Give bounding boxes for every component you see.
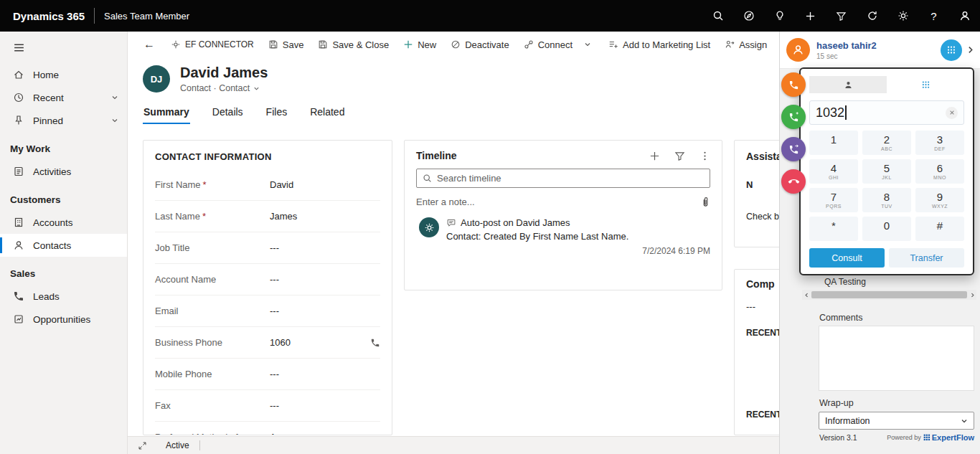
save-button[interactable]: Save: [261, 34, 311, 55]
sidebar-item-leads[interactable]: Leads: [0, 285, 127, 308]
phone-icon[interactable]: [370, 338, 380, 348]
new-button[interactable]: New: [396, 34, 443, 55]
hamburger-menu-icon[interactable]: [0, 32, 127, 63]
deactivate-button[interactable]: Deactivate: [443, 34, 516, 55]
sidebar-item-opportunities[interactable]: Opportunities: [0, 308, 127, 331]
sidebar-item-accounts[interactable]: Accounts: [0, 211, 127, 234]
save-and-close-button[interactable]: Save & Close: [311, 34, 396, 55]
dialpad-key-6[interactable]: 6MNO: [915, 159, 964, 184]
field-business-phone[interactable]: Business Phone 1060: [155, 327, 380, 359]
help-icon[interactable]: ?: [918, 0, 949, 32]
dialpad-number-input[interactable]: 1032: [809, 100, 964, 125]
field-value[interactable]: ---: [270, 369, 279, 379]
filter-icon[interactable]: [826, 0, 857, 32]
clear-input-icon[interactable]: [946, 107, 958, 119]
search-icon[interactable]: [702, 0, 733, 32]
paperclip-icon[interactable]: [701, 197, 710, 207]
dialpad-key-0[interactable]: 0: [862, 217, 911, 241]
dialpad-key-3[interactable]: 3DEF: [915, 131, 964, 155]
consult-button[interactable]: Consult: [809, 248, 885, 268]
timeline-note-input[interactable]: Enter a note...: [416, 197, 710, 207]
timeline-more-icon[interactable]: [699, 151, 710, 161]
field-first-name[interactable]: First Name* David: [155, 169, 380, 201]
dialpad-key-hash[interactable]: #: [915, 217, 964, 241]
field-value[interactable]: David: [270, 179, 293, 190]
dialpad-key-9[interactable]: 9WXYZ: [915, 188, 964, 212]
field-account-name[interactable]: Account Name ---: [155, 264, 380, 295]
tab-files[interactable]: Files: [265, 103, 288, 124]
field-mobile-phone[interactable]: Mobile Phone ---: [155, 359, 380, 390]
lightbulb-icon[interactable]: [764, 0, 795, 32]
tab-details[interactable]: Details: [212, 103, 244, 124]
compass-icon[interactable]: [733, 0, 764, 32]
delete-button-truncated[interactable]: D: [774, 34, 779, 55]
dialpad-key-8[interactable]: 8TUV: [862, 188, 911, 212]
end-call-button[interactable]: [781, 169, 806, 194]
agent-name[interactable]: haseeb tahir2: [816, 40, 877, 51]
record-form-selector[interactable]: Contact · Contact: [180, 83, 268, 93]
sidebar-item-recent[interactable]: Recent: [0, 86, 127, 109]
chevron-down-icon[interactable]: [111, 94, 118, 101]
field-preferred-method[interactable]: Preferred Method of Any: [155, 422, 380, 435]
field-job-title[interactable]: Job Title ---: [155, 232, 380, 264]
app-title[interactable]: Dynamics 365: [13, 10, 85, 22]
back-button[interactable]: ←: [135, 34, 164, 55]
scroll-right-icon[interactable]: [968, 293, 976, 298]
comments-textarea[interactable]: [819, 326, 974, 391]
timeline-entry[interactable]: Auto-post on David James Contact: Create…: [419, 217, 710, 256]
horizontal-scrollbar[interactable]: [802, 290, 976, 300]
timeline-search-input[interactable]: Search timeline: [416, 169, 710, 188]
dialpad-key-7[interactable]: 7PQRS: [809, 188, 858, 212]
chevron-right-icon[interactable]: [966, 46, 974, 54]
timeline-entry-title[interactable]: Auto-post on David James: [461, 217, 570, 228]
sidebar-item-activities[interactable]: Activities: [0, 160, 127, 183]
chevron-down-icon[interactable]: [111, 117, 118, 124]
field-email[interactable]: Email ---: [155, 295, 380, 327]
transfer-call-button[interactable]: [781, 137, 806, 161]
add-to-marketing-list-button[interactable]: Add to Marketing List: [601, 34, 717, 55]
person-icon[interactable]: [949, 0, 980, 32]
area-switcher[interactable]: Sales Team Member: [104, 11, 189, 22]
dialpad-key-star[interactable]: *: [809, 217, 858, 241]
timeline-add-icon[interactable]: [649, 151, 660, 161]
keypad-tab[interactable]: [887, 76, 964, 93]
sidebar-item-home[interactable]: Home: [0, 63, 127, 86]
dialpad-key-2[interactable]: 2ABC: [862, 131, 911, 155]
field-last-name[interactable]: Last Name* James: [155, 201, 380, 232]
field-value[interactable]: ---: [270, 274, 279, 285]
command-label: Save: [283, 39, 304, 50]
field-value[interactable]: James: [270, 211, 297, 222]
command-label: New: [418, 39, 436, 50]
timeline-filter-icon[interactable]: [674, 151, 685, 161]
field-value[interactable]: 1060: [270, 337, 291, 348]
gear-icon[interactable]: [887, 0, 918, 32]
expand-icon[interactable]: [138, 441, 147, 450]
ef-connector-button[interactable]: EF CONNECTOR: [164, 34, 261, 55]
dialpad-toggle-button[interactable]: [941, 39, 962, 61]
transfer-button[interactable]: Transfer: [889, 248, 964, 268]
wrapup-select[interactable]: Information: [819, 412, 974, 430]
dialpad-key-1[interactable]: 1: [809, 131, 858, 155]
plus-icon[interactable]: [795, 0, 826, 32]
dialpad-key-5[interactable]: 5JKL: [862, 159, 911, 184]
sidebar-item-pinned[interactable]: Pinned: [0, 109, 127, 132]
secondary-title: Comp: [735, 270, 779, 293]
tab-related[interactable]: Related: [309, 103, 345, 124]
scrollbar-thumb[interactable]: [811, 291, 967, 298]
sidebar-item-contacts[interactable]: Contacts: [0, 234, 127, 257]
field-value[interactable]: ---: [270, 306, 279, 316]
connect-button[interactable]: Connect: [517, 34, 580, 55]
connect-chevron-icon[interactable]: [580, 34, 595, 55]
contacts-tab[interactable]: [809, 76, 887, 93]
assign-button[interactable]: Assign: [717, 34, 774, 55]
scroll-left-icon[interactable]: [802, 293, 811, 298]
tab-summary[interactable]: Summary: [143, 103, 190, 124]
field-fax[interactable]: Fax ---: [155, 390, 380, 422]
new-call-button[interactable]: [781, 105, 806, 129]
field-value[interactable]: ---: [270, 242, 279, 253]
hold-call-button[interactable]: [781, 72, 806, 97]
field-value[interactable]: ---: [270, 400, 279, 411]
field-value[interactable]: Any: [270, 432, 286, 435]
sync-icon[interactable]: [857, 0, 887, 32]
dialpad-key-4[interactable]: 4GHI: [809, 159, 858, 184]
